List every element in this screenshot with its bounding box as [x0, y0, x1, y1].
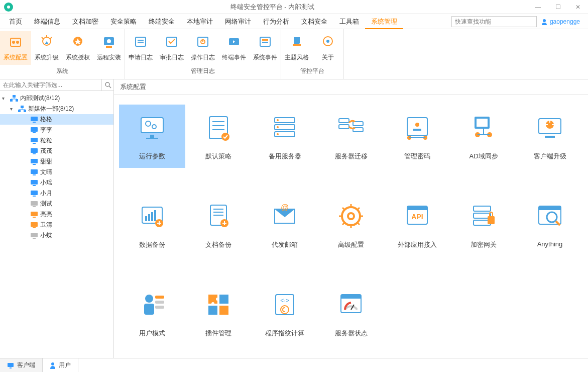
- config-grid: 运行参数默认策略备用服务器服务器迁移管理密码AD域同步客户端升级数据备份文档备份…: [114, 95, 588, 358]
- config-item[interactable]: <·>程序指纹计算: [252, 282, 318, 345]
- config-item[interactable]: 默认策略: [185, 105, 252, 168]
- menu-item[interactable]: 本地审计: [181, 14, 219, 29]
- tree-node-label: 新媒体一部(8/12): [28, 105, 74, 113]
- config-item-label: 高级配置: [338, 240, 364, 256]
- config-item-label: 服务器状态: [335, 329, 368, 345]
- tree-node[interactable]: 文晴: [0, 167, 113, 177]
- menu-item[interactable]: 文档加密: [66, 14, 104, 29]
- config-item[interactable]: 文档备份: [185, 193, 252, 256]
- pc-on-icon: [30, 116, 38, 123]
- menu-item[interactable]: 首页: [3, 14, 28, 29]
- user-link[interactable]: gaopengge: [541, 18, 585, 25]
- config-item[interactable]: 高级配置: [318, 193, 384, 256]
- tree-node[interactable]: 小月: [0, 188, 113, 199]
- svg-rect-36: [33, 122, 36, 123]
- config-item-icon: [137, 290, 167, 320]
- config-item[interactable]: 服务器迁移: [318, 105, 384, 168]
- menu-item[interactable]: 文档安全: [295, 14, 333, 29]
- bottom-tab[interactable]: 用户: [43, 358, 78, 372]
- svg-point-0: [543, 19, 546, 22]
- content: 系统配置 运行参数默认策略备用服务器服务器迁移管理密码AD域同步客户端升级数据备…: [114, 79, 588, 358]
- ribbon-item[interactable]: 主题风格: [281, 31, 312, 65]
- config-item[interactable]: 管理密码: [384, 105, 450, 168]
- menu-item[interactable]: 行为分析: [257, 14, 295, 29]
- config-item[interactable]: AD域同步: [450, 105, 517, 168]
- tree-node[interactable]: 甜甜: [0, 156, 113, 167]
- menu-item[interactable]: 终端信息: [28, 14, 66, 29]
- tree-toggle-icon[interactable]: ▾: [2, 96, 8, 101]
- config-item[interactable]: 数据备份: [119, 193, 185, 256]
- bottom-tab[interactable]: 客户端: [0, 358, 43, 372]
- ribbon-item[interactable]: 关于: [312, 31, 343, 65]
- ribbon-item[interactable]: 远程安装: [93, 31, 125, 65]
- config-item[interactable]: 运行参数: [119, 105, 185, 168]
- svg-rect-93: [545, 136, 555, 138]
- tree-node[interactable]: 卫清: [0, 220, 113, 230]
- app-logo-icon: [4, 3, 13, 12]
- ribbon-item[interactable]: 操作日志: [187, 31, 218, 65]
- tree-toggle-icon[interactable]: ▾: [10, 106, 16, 112]
- svg-text:<·>: <·>: [280, 297, 289, 304]
- tree-node[interactable]: ▾内部测试(8/12): [0, 93, 113, 104]
- tree-node[interactable]: 格格: [0, 114, 113, 125]
- tree-node[interactable]: 亮亮: [0, 209, 113, 220]
- config-item[interactable]: 插件管理: [185, 282, 252, 345]
- svg-rect-122: [155, 296, 164, 299]
- ribbon-item[interactable]: 终端事件: [218, 31, 250, 65]
- config-item-label: 文档备份: [205, 240, 231, 256]
- config-item-icon: [535, 201, 565, 231]
- config-item-icon: [203, 113, 233, 143]
- ribbon-item[interactable]: 系统配置: [0, 31, 31, 65]
- svg-point-74: [277, 133, 279, 135]
- config-item[interactable]: 加密网关: [450, 193, 517, 256]
- svg-rect-39: [31, 138, 38, 142]
- tree-node[interactable]: 小蝶: [0, 230, 113, 241]
- svg-rect-63: [146, 138, 158, 139]
- config-item[interactable]: Anything: [517, 193, 583, 256]
- menu-item[interactable]: 安全策略: [104, 14, 143, 29]
- ribbon-item[interactable]: 系统事件: [250, 31, 281, 65]
- ribbon-item-label: 主题风格: [285, 53, 309, 62]
- close-button[interactable]: ✕: [568, 0, 588, 14]
- ribbon-item[interactable]: 系统授权: [62, 31, 93, 65]
- maximize-button[interactable]: ☐: [548, 0, 568, 14]
- menu-item[interactable]: 系统管理: [365, 14, 403, 29]
- org-icon: [10, 95, 18, 102]
- ribbon-item[interactable]: 申请日志: [125, 31, 156, 65]
- tree-node[interactable]: 李李: [0, 125, 113, 135]
- svg-rect-81: [413, 129, 421, 131]
- config-item-icon: [336, 290, 366, 320]
- tree-node-label: 甜甜: [40, 157, 52, 166]
- svg-rect-20: [293, 44, 301, 46]
- tree-node[interactable]: 测试: [0, 199, 113, 209]
- config-item[interactable]: API外部应用接入: [384, 193, 450, 256]
- config-item-label: 外部应用接入: [398, 240, 437, 256]
- config-item-label: 运行参数: [139, 152, 165, 168]
- tree-filter-input[interactable]: [0, 79, 101, 90]
- minimize-button[interactable]: ―: [528, 0, 548, 14]
- ribbon-group-label: 管控平台: [300, 65, 324, 77]
- config-item-icon: [336, 113, 366, 143]
- tree-filter-search-icon[interactable]: [101, 79, 113, 90]
- tree-node[interactable]: 粒粒: [0, 135, 113, 146]
- menu-item[interactable]: 网络审计: [219, 14, 257, 29]
- config-item-label: 数据备份: [139, 240, 165, 256]
- ribbon-item[interactable]: 系统升级: [31, 31, 62, 65]
- tree-node[interactable]: ▾新媒体一部(8/12): [0, 104, 113, 114]
- tree: ▾内部测试(8/12)▾新媒体一部(8/12)格格李李粒粒茂茂甜甜文晴小瑶小月测…: [0, 91, 113, 358]
- menu-item[interactable]: 工具箱: [333, 14, 365, 29]
- config-item[interactable]: @代发邮箱: [252, 193, 318, 256]
- config-item[interactable]: 客户端升级: [517, 105, 583, 168]
- search-input[interactable]: [451, 16, 537, 27]
- config-item[interactable]: 服务器状态: [318, 282, 384, 345]
- config-item-icon: [137, 201, 167, 231]
- config-item[interactable]: 用户模式: [119, 282, 185, 345]
- tree-node[interactable]: 茂茂: [0, 146, 113, 156]
- ribbon-item[interactable]: 审批日志: [156, 31, 187, 65]
- tree-node[interactable]: 小瑶: [0, 177, 113, 188]
- svg-rect-96: [148, 214, 150, 221]
- menu-item[interactable]: 终端安全: [143, 14, 181, 29]
- svg-rect-124: [155, 306, 164, 309]
- config-item-label: AD域同步: [469, 152, 498, 168]
- config-item[interactable]: 备用服务器: [252, 105, 318, 168]
